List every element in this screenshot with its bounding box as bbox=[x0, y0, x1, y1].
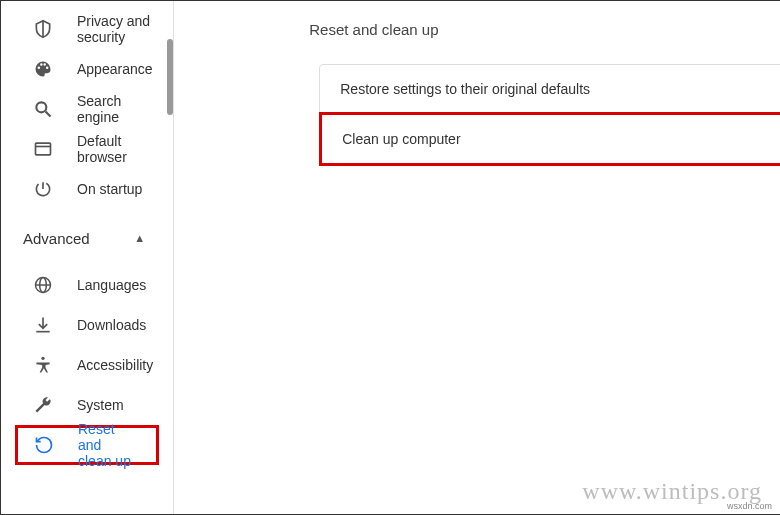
sidebar-item-search[interactable]: Search engine bbox=[1, 89, 173, 129]
settings-sidebar: Privacy and security Appearance Search e… bbox=[1, 1, 174, 514]
palette-icon bbox=[33, 59, 53, 79]
sidebar-item-reset[interactable]: Reset and clean up bbox=[15, 425, 159, 465]
sidebar-item-label: Appearance bbox=[77, 61, 153, 77]
page-title: Reset and clean up bbox=[309, 21, 780, 38]
card-item-restore[interactable]: Restore settings to their original defau… bbox=[320, 65, 780, 113]
svg-rect-2 bbox=[36, 143, 51, 155]
scrollbar-thumb[interactable] bbox=[167, 39, 173, 115]
reset-icon bbox=[34, 435, 54, 455]
search-icon bbox=[33, 99, 53, 119]
svg-point-11 bbox=[41, 357, 44, 360]
card-item-cleanup[interactable]: Clean up computer bbox=[319, 112, 780, 166]
advanced-label: Advanced bbox=[23, 230, 90, 247]
globe-icon bbox=[33, 275, 53, 295]
wrench-icon bbox=[33, 395, 53, 415]
main-content: Reset and clean up Restore settings to t… bbox=[174, 1, 780, 514]
chevron-up-icon: ▲ bbox=[134, 232, 145, 244]
browser-icon bbox=[33, 139, 53, 159]
sidebar-item-downloads[interactable]: Downloads bbox=[1, 305, 173, 345]
sidebar-item-label: Languages bbox=[77, 277, 146, 293]
sidebar-item-label: Reset and clean up bbox=[78, 421, 136, 469]
shield-icon bbox=[33, 19, 53, 39]
sidebar-item-system[interactable]: System bbox=[1, 385, 173, 425]
power-icon bbox=[33, 179, 53, 199]
sidebar-item-languages[interactable]: Languages bbox=[1, 265, 173, 305]
svg-line-1 bbox=[46, 112, 51, 117]
advanced-section-toggle[interactable]: Advanced ▲ bbox=[1, 217, 173, 259]
sidebar-item-label: Downloads bbox=[77, 317, 146, 333]
card-item-label: Restore settings to their original defau… bbox=[340, 81, 590, 97]
card-item-label: Clean up computer bbox=[342, 131, 460, 147]
sidebar-item-label: Privacy and security bbox=[77, 13, 153, 45]
sidebar-item-label: Accessibility bbox=[77, 357, 153, 373]
settings-card: Restore settings to their original defau… bbox=[319, 64, 780, 166]
sidebar-item-label: Search engine bbox=[77, 93, 153, 125]
sidebar-item-default-browser[interactable]: Default browser bbox=[1, 129, 173, 169]
credit-text: wsxdn.com bbox=[727, 501, 772, 511]
sidebar-item-label: On startup bbox=[77, 181, 142, 197]
sidebar-item-label: System bbox=[77, 397, 124, 413]
sidebar-item-accessibility[interactable]: Accessibility bbox=[1, 345, 173, 385]
download-icon bbox=[33, 315, 53, 335]
svg-point-0 bbox=[36, 102, 46, 112]
sidebar-item-privacy[interactable]: Privacy and security bbox=[1, 9, 173, 49]
accessibility-icon bbox=[33, 355, 53, 375]
sidebar-item-startup[interactable]: On startup bbox=[1, 169, 173, 209]
sidebar-item-appearance[interactable]: Appearance bbox=[1, 49, 173, 89]
sidebar-item-label: Default browser bbox=[77, 133, 153, 165]
